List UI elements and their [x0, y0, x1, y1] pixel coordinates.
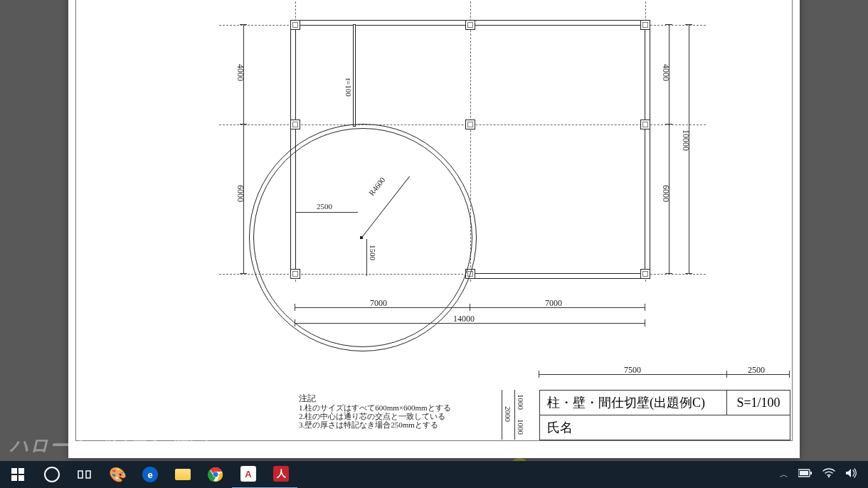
dim-line-1500: [366, 239, 367, 276]
dim-tick: [685, 273, 692, 274]
taskbar-app-chrome[interactable]: [199, 461, 232, 488]
dim-right-total: 10000: [680, 129, 691, 151]
dim-right-upper: 4000: [660, 64, 671, 81]
svg-rect-2: [11, 475, 17, 481]
folder-icon: [175, 469, 191, 480]
column: [640, 120, 650, 129]
tb-dim-1000l: 1000: [517, 419, 525, 435]
column: [290, 20, 300, 30]
dim-tick: [470, 304, 470, 311]
column: [640, 20, 650, 30]
tb-dim-2500: 2500: [748, 365, 765, 376]
chrome-icon: [208, 467, 223, 482]
svg-point-11: [828, 476, 830, 477]
column: [290, 120, 300, 129]
titleblock-scale: S=1/100: [726, 390, 790, 415]
svg-rect-3: [18, 475, 24, 481]
dim-tick: [726, 371, 727, 378]
tb-dim-left-outer: [502, 390, 502, 440]
dim-line-bottom-1: [295, 307, 645, 308]
svg-rect-10: [800, 471, 808, 475]
wall-right: [645, 20, 650, 279]
taskbar-app-acrobat[interactable]: 人: [265, 460, 297, 488]
taskbar-app-edge[interactable]: e: [134, 461, 166, 488]
taskbar-app-explorer[interactable]: [166, 461, 199, 488]
column: [465, 120, 475, 129]
dim-tick: [685, 24, 692, 25]
dim-tick: [240, 124, 247, 124]
dim-tick: [295, 304, 295, 311]
battery-icon[interactable]: [798, 469, 813, 480]
taskbar-tray: ︿: [780, 468, 868, 481]
dim-line-2500: [295, 212, 358, 213]
pdf-viewer-viewport[interactable]: R4600 2500 1500 t=100 4000 6000: [0, 0, 868, 461]
svg-rect-4: [78, 471, 83, 478]
taskbar: 🎨 e A 人: [0, 461, 868, 488]
notes-3: 3.壁の厚さは特記なき場合250mmとする: [299, 420, 438, 430]
autocad-icon: A: [240, 466, 256, 482]
partition-wall: [353, 24, 356, 127]
dim-line-left: [243, 25, 244, 274]
pdf-page: R4600 2500 1500 t=100 4000 6000: [68, 0, 800, 458]
dim-tick: [539, 371, 539, 378]
svg-rect-9: [810, 472, 812, 474]
titleblock-title: 柱・壁・間仕切壁(出題例C): [539, 390, 727, 415]
dim-left-upper: 4000: [235, 64, 245, 81]
desktop: R4600 2500 1500 t=100 4000 6000: [0, 0, 868, 488]
circle-icon: [44, 467, 60, 482]
wall-bottom-right: [465, 273, 650, 279]
task-view-button[interactable]: [68, 461, 101, 488]
tb-dim-2000: 2000: [504, 406, 512, 422]
taskbar-app-autocad[interactable]: A: [232, 460, 265, 488]
circle-center-mark: [360, 236, 363, 239]
dim-1500: 1500: [369, 245, 377, 260]
tb-dim-left-inner: [514, 390, 515, 440]
dim-tick: [665, 24, 672, 25]
taskbar-app-paint[interactable]: 🎨: [101, 461, 134, 488]
column: [640, 269, 650, 279]
svg-rect-0: [11, 468, 17, 474]
dim-line-right-inner: [669, 25, 669, 274]
edge-icon: e: [142, 467, 158, 482]
dim-tick: [645, 304, 645, 311]
titleblock-name-label: 氏名: [547, 419, 573, 436]
tb-dim-7500: 7500: [624, 365, 641, 376]
dim-tick: [665, 124, 672, 124]
dim-wall-t: t=100: [344, 78, 353, 97]
acrobat-icon: 人: [273, 466, 289, 482]
svg-point-7: [213, 472, 218, 477]
titleblock-scale-text: S=1/100: [736, 396, 780, 410]
svg-rect-1: [18, 468, 24, 474]
dim-right-lower: 6000: [660, 185, 671, 202]
dim-tick: [789, 371, 790, 378]
svg-rect-5: [86, 471, 90, 478]
dim-tick: [240, 273, 247, 274]
volume-icon[interactable]: [845, 468, 858, 481]
dim-left-lower: 6000: [235, 185, 245, 202]
wifi-icon[interactable]: [822, 468, 835, 481]
dim-2500: 2500: [317, 202, 332, 211]
windows-logo-icon: [11, 468, 24, 481]
dim-tick: [295, 319, 295, 327]
dim-tick: [240, 24, 247, 25]
tb-dim-1000u: 1000: [517, 394, 525, 410]
start-button[interactable]: [0, 461, 36, 488]
task-view-icon: [78, 469, 92, 480]
circle-inner: [253, 128, 472, 347]
dim-bottom-left: 7000: [370, 298, 387, 309]
dim-tick: [645, 319, 645, 327]
dim-bottom-total: 14000: [453, 314, 475, 324]
dim-bottom-right: 7000: [545, 298, 562, 309]
chevron-up-icon[interactable]: ︿: [780, 469, 788, 481]
titleblock-name: 氏名: [539, 415, 790, 440]
column: [465, 20, 475, 30]
palette-icon: 🎨: [109, 466, 126, 483]
cortana-button[interactable]: [36, 461, 68, 488]
titleblock-title-text: 柱・壁・間仕切壁(出題例C): [547, 394, 705, 411]
dim-tick: [665, 273, 672, 274]
taskbar-left: 🎨 e A 人: [0, 461, 297, 488]
